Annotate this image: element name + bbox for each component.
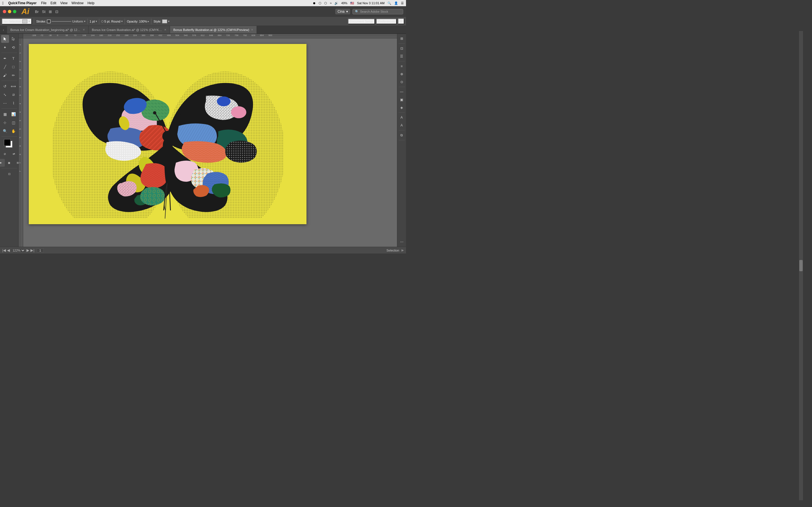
warp-tool[interactable]: ⌇ bbox=[10, 99, 17, 107]
tab-ice-cream-beginning[interactable]: Bonus Ice Cream Illustration_beginning.a… bbox=[7, 26, 89, 34]
preferences-button[interactable]: Preferences bbox=[376, 18, 397, 24]
canvas-area: -108 -72 -36 0 36 72 108 144 180 216 252… bbox=[18, 34, 397, 247]
graph-tool[interactable]: 📊 bbox=[10, 110, 17, 118]
canvas-scroll[interactable] bbox=[23, 38, 397, 247]
scale-tool[interactable]: ⤡ bbox=[1, 91, 9, 99]
search-stock-placeholder: Search Adobe Stock bbox=[360, 10, 388, 13]
tab-collapse-icon[interactable]: ‹ bbox=[1, 27, 6, 32]
window-controls bbox=[3, 10, 16, 13]
width-tool[interactable]: ⋯ bbox=[1, 99, 9, 107]
solid-color-btn[interactable]: ■ bbox=[0, 159, 5, 167]
back-btn[interactable]: ◀ bbox=[7, 248, 10, 252]
right-panel: ⊞ ⊡ ☰ ≡ ⊕ ⊙ — ▣ ◈ A A ⧉ ⋯ bbox=[397, 34, 406, 247]
user-area[interactable]: Cina ▾ bbox=[335, 9, 350, 14]
gradient-btn[interactable]: ▣ bbox=[5, 159, 13, 167]
menu-window[interactable]: Window bbox=[71, 1, 84, 5]
hand-tool[interactable]: ✋ bbox=[10, 127, 17, 135]
char-styles-btn[interactable]: A bbox=[398, 122, 405, 129]
maximize-button[interactable] bbox=[13, 10, 16, 13]
stock-button[interactable]: St bbox=[41, 9, 47, 14]
tab-close-1[interactable]: ✕ bbox=[83, 28, 85, 31]
paintbrush-tool[interactable]: 🖌 bbox=[1, 71, 9, 79]
reflect-tool[interactable]: ⟺ bbox=[10, 82, 17, 90]
document-setup-button[interactable]: Document Setup bbox=[348, 18, 375, 24]
tab-ice-cream[interactable]: Bonus Ice Cream Illustration.ai* @ 121% … bbox=[89, 26, 170, 34]
tool-sep-2 bbox=[1, 80, 17, 81]
appearance-btn[interactable]: ◈ bbox=[398, 104, 405, 111]
artboard-tool[interactable]: ⊡ bbox=[5, 170, 13, 178]
tab-butterfly[interactable]: Bonus Butterfly Illustration.ai @ 122% (… bbox=[170, 26, 257, 34]
host-apps: Br St ⊞ ⊡ bbox=[34, 9, 59, 14]
rotate-tool[interactable]: ↺ bbox=[1, 82, 9, 90]
rect-tool[interactable]: □ bbox=[10, 63, 17, 71]
user-icon[interactable]: 👤 bbox=[394, 1, 398, 5]
svg-point-24 bbox=[164, 142, 171, 186]
opacity-area: Opacity: 100% ▸ bbox=[127, 20, 149, 23]
next-page-btn[interactable]: ▶| bbox=[31, 248, 34, 252]
pen-tool[interactable]: ✒ bbox=[1, 54, 9, 62]
selection-tool[interactable] bbox=[1, 35, 9, 43]
tab-title-2: Bonus Ice Cream Illustration.ai* @ 121% … bbox=[92, 28, 162, 32]
tab-close-2[interactable]: ✕ bbox=[164, 28, 166, 31]
search-icon[interactable]: 🔍 bbox=[388, 1, 391, 5]
stroke-panel-btn[interactable]: — bbox=[398, 88, 405, 96]
svg-point-30 bbox=[179, 111, 183, 115]
volume-icon: 🔊 bbox=[335, 1, 338, 5]
magic-wand-tool[interactable]: ✦ bbox=[1, 43, 9, 51]
zoom-select-wrapper[interactable]: 122% bbox=[11, 248, 26, 252]
menu-edit[interactable]: Edit bbox=[50, 1, 56, 5]
page-input[interactable] bbox=[37, 248, 44, 252]
gradient-panel-btn[interactable]: ▣ bbox=[398, 96, 405, 103]
more-panels-btn[interactable]: ⋯ bbox=[398, 238, 405, 245]
align-btn[interactable]: ≡ bbox=[398, 62, 405, 70]
apple-menu[interactable]:  bbox=[2, 1, 4, 5]
menu-file[interactable]: File bbox=[41, 1, 47, 5]
tool-row-11: 🔍 ✋ bbox=[1, 127, 17, 135]
image-trace-btn[interactable]: ⧉ bbox=[398, 131, 405, 139]
svg-point-22 bbox=[231, 106, 246, 118]
menu-help[interactable]: Help bbox=[87, 1, 94, 5]
prev-page-btn[interactable]: |◀ bbox=[2, 248, 6, 252]
bridge-button[interactable]: Br bbox=[34, 9, 40, 14]
selection-tool-indicator: No Selection ▾ bbox=[2, 18, 32, 24]
menu-view[interactable]: View bbox=[60, 1, 68, 5]
bluetooth-icon: ⬡ bbox=[324, 1, 327, 5]
transform-btn[interactable]: ⊙ bbox=[398, 78, 405, 86]
none-color[interactable]: ⊘ bbox=[1, 150, 9, 158]
eraser-tool[interactable]: ◫ bbox=[10, 119, 17, 126]
layers-panel-btn[interactable]: ⊞ bbox=[398, 35, 405, 42]
vertical-ruler: -1 1 2 2 2 3 3 4 4 5 5 5 6 6 7 7 bbox=[18, 38, 23, 247]
pathfinder-btn[interactable]: ⊕ bbox=[398, 70, 405, 78]
stock-search[interactable]: 🔍 Search Adobe Stock bbox=[352, 9, 403, 14]
tool-sep-3 bbox=[1, 108, 17, 109]
zoom-select[interactable]: 122% bbox=[11, 248, 26, 252]
slice-tool[interactable]: ⊹ bbox=[1, 119, 9, 126]
tool-row-6: ↺ ⟺ bbox=[1, 82, 17, 90]
close-button[interactable] bbox=[3, 10, 6, 13]
arrange-docs-button[interactable]: ⊞ bbox=[398, 18, 404, 24]
libraries-btn[interactable]: ☰ bbox=[398, 53, 405, 60]
lasso-tool[interactable]: ⟲ bbox=[10, 43, 17, 51]
direct-selection-tool[interactable] bbox=[10, 35, 17, 43]
divider2 bbox=[87, 18, 88, 24]
rp-sep-6 bbox=[399, 140, 405, 140]
toolbar: No Selection ▾ Stroke: Uniform ▾ 1 pt ▾ … bbox=[0, 17, 406, 26]
color-swap[interactable]: ⇄ bbox=[10, 150, 18, 158]
tab-close-3[interactable]: ✕ bbox=[251, 28, 253, 31]
stroke-color[interactable] bbox=[4, 139, 11, 146]
graph-bar-tool[interactable]: ▦ bbox=[1, 110, 9, 118]
char-panel-btn[interactable]: A bbox=[398, 114, 405, 121]
line-tool[interactable]: ╱ bbox=[1, 63, 9, 71]
workspace-button[interactable]: ⊞ bbox=[48, 9, 53, 14]
forward-btn[interactable]: ▶ bbox=[27, 248, 29, 252]
pencil-tool[interactable]: ✏ bbox=[10, 71, 17, 79]
tool-row-3: ✒ T bbox=[1, 54, 17, 62]
app-name[interactable]: QuickTime Player bbox=[8, 1, 37, 5]
zoom-tool[interactable]: 🔍 bbox=[1, 127, 9, 135]
menu-icon[interactable]: ☰ bbox=[401, 1, 404, 5]
minimize-button[interactable] bbox=[8, 10, 11, 13]
shear-tool[interactable]: ⧄ bbox=[10, 91, 17, 99]
type-tool[interactable]: T bbox=[10, 54, 17, 62]
arrange-button[interactable]: ⊡ bbox=[54, 9, 59, 14]
properties-btn[interactable]: ⊡ bbox=[398, 45, 405, 52]
